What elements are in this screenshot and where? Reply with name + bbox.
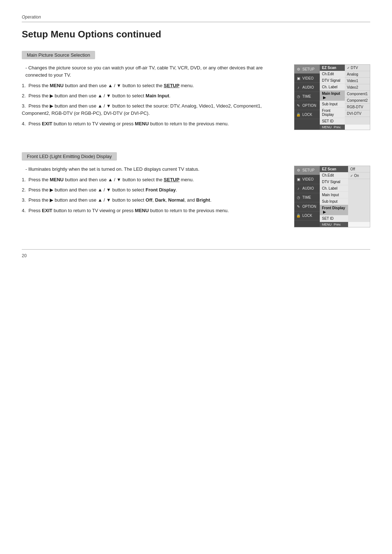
sub-row-component2: Component2 — [345, 97, 370, 104]
section-front-led: Front LED (Light Emitting Diode) Display… — [22, 152, 370, 227]
top-divider — [22, 22, 370, 22]
menu-row-2: Ch. Label — [320, 185, 348, 192]
menu-prev-label: Prev. — [334, 125, 341, 129]
menu-row-2: Sub Input — [320, 198, 348, 205]
menu-sidebar-2: ⚙ SETUP ▣ VIDEO ♪ AUDIO — [294, 166, 320, 227]
section2-steps: 1. Press the MENU button and then use ▲ … — [22, 176, 283, 214]
menu-prev-label-2: Prev. — [334, 223, 341, 226]
video-icon-2: ▣ — [296, 177, 301, 182]
menu-row: Ch.Edit — [320, 71, 345, 77]
menu-row-2: Main Input — [320, 192, 348, 198]
section1-header: Main Picture Source Selection — [22, 51, 95, 59]
menu-item-time: ◷ TIME — [294, 92, 320, 101]
setup-icon: ⚙ — [296, 66, 301, 72]
menu-row-active-2: Front Display ▶ — [320, 205, 348, 215]
menu-row-2: SET ID — [320, 215, 348, 222]
menu-item-lock-2: 🔒 LOCK — [294, 211, 320, 221]
menu-main: EZ Scan Ch.Edit DTV Signal Ch. Label Mai… — [320, 65, 345, 125]
sub-row-component1: Component1 — [345, 91, 370, 97]
menu-bottom-label: MENU — [322, 125, 332, 129]
menu-main-2: EZ Scan Ch.Edit DTV Signal Ch. Label Mai… — [320, 166, 348, 222]
step: 1. Press the MENU button and then use ▲ … — [22, 176, 283, 183]
sub-row-analog: Analog — [345, 71, 370, 78]
step: 2. Press the ▶ button and then use ▲ / ▼… — [22, 186, 283, 194]
sub-row-dvi-dtv: DVI-DTV — [345, 110, 370, 117]
page-number: 20 — [22, 253, 370, 258]
menu-row: SET ID — [320, 118, 345, 125]
menu-item-setup-2: ⚙ SETUP — [294, 166, 320, 175]
menu-row: Ch. Label — [320, 84, 345, 90]
menu-row-2: DTV Signal — [320, 179, 348, 185]
menu-bottom-bar-2: MENU Prev. — [320, 222, 348, 227]
menu-submenu-2: Off On — [348, 166, 370, 222]
time-icon: ◷ — [296, 94, 301, 99]
page-title: Setup Menu Options continued — [22, 29, 370, 40]
setup-icon-2: ⚙ — [296, 168, 301, 173]
section1-steps: 1. Press the MENU button and then use ▲ … — [22, 82, 283, 128]
sub-row-video1: Video1 — [345, 78, 370, 84]
lock-icon-2: 🔒 — [296, 213, 301, 218]
section2-menu-diagram: ⚙ SETUP ▣ VIDEO ♪ AUDIO — [294, 166, 370, 227]
section2-header: Front LED (Light Emitting Diode) Display — [22, 152, 117, 161]
section-main-picture-source: Main Picture Source Selection - Changes … — [22, 51, 370, 130]
menu-item-video-2: ▣ VIDEO — [294, 175, 320, 184]
option-icon: ✎ — [296, 103, 301, 108]
sub-row-video2: Video2 — [345, 84, 370, 91]
sub-row-dtv: DTV — [345, 65, 370, 71]
menu-item-time-2: ◷ TIME — [294, 193, 320, 202]
step: 3. Press the ▶ button and then use ▲ / ▼… — [22, 197, 283, 204]
section1-intro: - Changes the picture source so you can … — [22, 64, 283, 78]
menu-bottom-label-2: MENU — [322, 223, 332, 226]
menu-bottom-bar: MENU Prev. — [320, 125, 345, 130]
sub-row-rgb-dtv: RGB-DTV — [345, 104, 370, 110]
section2-intro: - Illuminates brightly when the set is t… — [22, 166, 283, 173]
menu-item-option: ✎ OPTION — [294, 101, 320, 110]
breadcrumb: Operation — [22, 15, 370, 20]
time-icon-2: ◷ — [296, 195, 301, 200]
menu-submenu: DTV Analog Video1 Video2 Component1 Comp… — [345, 65, 370, 125]
menu-row: DTV Signal — [320, 77, 345, 84]
menu-row: Front Display — [320, 108, 345, 118]
menu-row-2: Ch.Edit — [320, 172, 348, 179]
menu-top-bar: EZ Scan — [320, 65, 345, 71]
section1-text: - Changes the picture source so you can … — [22, 64, 283, 130]
menu-item-audio-2: ♪ AUDIO — [294, 184, 320, 193]
step: 2. Press the ▶ button and then use ▲ / ▼… — [22, 92, 283, 100]
menu-item-option-2: ✎ OPTION — [294, 202, 320, 211]
menu-row-active: Main Input ▶ — [320, 90, 345, 101]
menu-item-lock: 🔒 LOCK — [294, 110, 320, 119]
bottom-divider — [22, 249, 370, 250]
step: 4. Press EXIT button to return to TV vie… — [22, 207, 283, 214]
video-icon: ▣ — [296, 76, 301, 81]
section1-content: - Changes the picture source so you can … — [22, 64, 370, 130]
page: Operation Setup Menu Options continued M… — [0, 0, 392, 280]
menu-item-setup: ⚙ SETUP — [294, 65, 320, 74]
audio-icon-2: ♪ — [296, 186, 301, 191]
menu-row: Sub Input — [320, 101, 345, 108]
step: 1. Press the MENU button and then use ▲ … — [22, 82, 283, 89]
step: 3. Press the ▶ button and then use ▲ / ▼… — [22, 102, 283, 117]
sub-row-on: On — [348, 173, 370, 179]
menu-top-bar-2: EZ Scan — [320, 166, 348, 172]
menu-item-audio: ♪ AUDIO — [294, 83, 320, 92]
section1-menu-diagram: ⚙ SETUP ▣ VIDEO ♪ AUDIO — [294, 64, 370, 130]
menu-item-video: ▣ VIDEO — [294, 74, 320, 83]
section2-text: - Illuminates brightly when the set is t… — [22, 166, 283, 217]
menu-sidebar: ⚙ SETUP ▣ VIDEO ♪ AUDIO — [294, 65, 320, 130]
section2-content: - Illuminates brightly when the set is t… — [22, 166, 370, 227]
sub-row-off: Off — [348, 166, 370, 173]
step: 4. Press EXIT button to return to TV vie… — [22, 120, 283, 128]
audio-icon: ♪ — [296, 85, 301, 90]
option-icon-2: ✎ — [296, 204, 301, 209]
lock-icon: 🔒 — [296, 112, 301, 117]
